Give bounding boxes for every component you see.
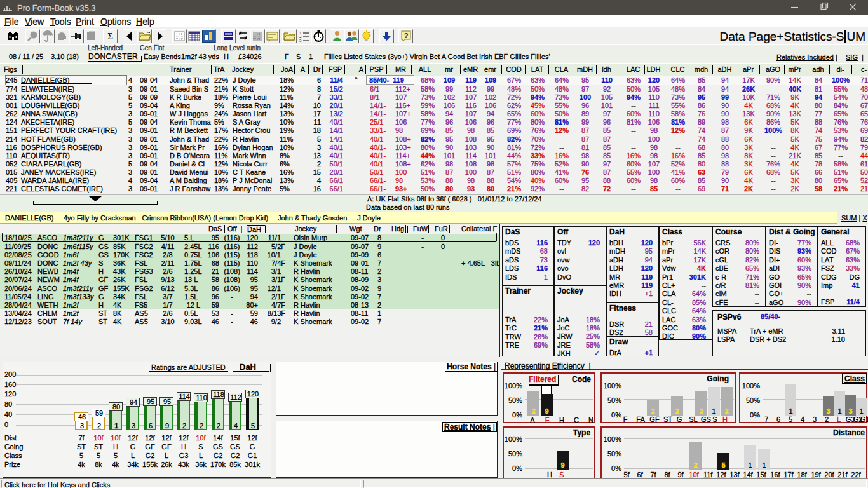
- svg-text:Σ: Σ: [107, 31, 113, 41]
- svg-text:3: 3: [299, 39, 302, 43]
- svg-text:?: ?: [404, 32, 409, 39]
